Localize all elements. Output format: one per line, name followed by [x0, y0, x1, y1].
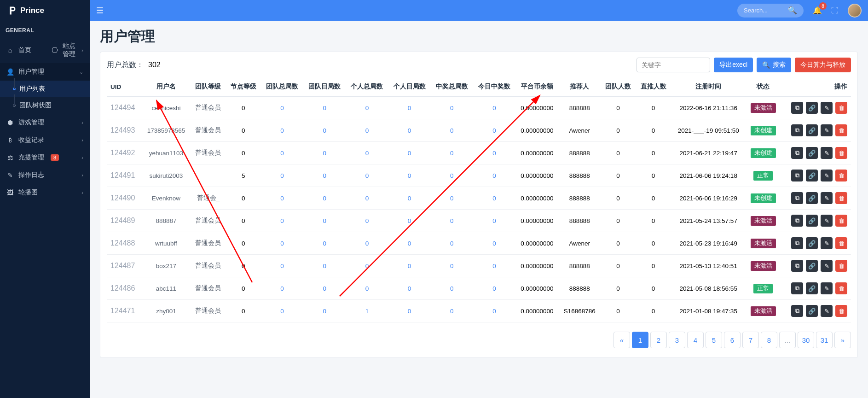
page-6[interactable]: 6: [724, 332, 741, 348]
delete-button[interactable]: 🗑: [835, 192, 847, 204]
link-button[interactable]: 🔗: [806, 282, 818, 294]
edit-button[interactable]: ✎: [821, 282, 833, 294]
nav-site-mgmt[interactable]: 🖵 站点管理 ›: [45, 37, 90, 63]
edit-button[interactable]: ✎: [821, 192, 833, 204]
link-button[interactable]: 🔗: [806, 192, 818, 204]
page-31[interactable]: 31: [816, 332, 833, 348]
cell-pd: 0: [388, 164, 431, 187]
page-4[interactable]: 4: [687, 332, 704, 348]
delete-button[interactable]: 🗑: [835, 124, 847, 136]
cell-tt: 0: [261, 232, 303, 255]
nav-user-mgmt[interactable]: 👤 用户管理 ⌄: [0, 63, 90, 81]
cell-username: ceshiceshi: [142, 97, 191, 119]
page-5[interactable]: 5: [706, 332, 722, 348]
delete-button[interactable]: 🗑: [835, 102, 847, 114]
action-group: ⧉🔗✎🗑: [783, 124, 847, 136]
edit-button[interactable]: ✎: [821, 147, 833, 159]
link-button[interactable]: 🔗: [806, 237, 818, 249]
copy-button[interactable]: ⧉: [791, 147, 803, 159]
page-2[interactable]: 2: [650, 332, 667, 348]
nav-home[interactable]: ⌂ 首页: [0, 37, 45, 63]
link-button[interactable]: 🔗: [806, 102, 818, 114]
nav-oplog-label: 操作日志: [18, 171, 44, 179]
cell-ref: 888888: [559, 164, 601, 187]
cell-bal: 0.00000000: [515, 210, 559, 232]
nav-user-list[interactable]: 用户列表: [0, 81, 90, 97]
delete-button[interactable]: 🗑: [835, 282, 847, 294]
page-7[interactable]: 7: [742, 332, 759, 348]
copy-button[interactable]: ⧉: [791, 124, 803, 136]
avatar[interactable]: [848, 4, 862, 18]
chevron-right-icon: ›: [81, 120, 83, 125]
delete-button[interactable]: 🗑: [835, 170, 847, 181]
copy-button[interactable]: ⧉: [791, 192, 803, 204]
search-button[interactable]: 🔍搜索: [757, 58, 791, 72]
keyword-input[interactable]: [637, 58, 710, 72]
cell-username: zhy001: [142, 300, 191, 322]
copy-button[interactable]: ⧉: [791, 305, 803, 317]
topbar-right: 🔍 🔔 8 ⛶: [737, 4, 862, 18]
page-8[interactable]: 8: [761, 332, 777, 348]
cell-actions: ⧉🔗✎🗑: [781, 255, 851, 277]
cell-actions: ⧉🔗✎🗑: [781, 232, 851, 255]
cell-node: 0: [226, 277, 261, 300]
link-button[interactable]: 🔗: [806, 215, 818, 227]
cell-wt: 0: [431, 210, 473, 232]
cell-time: 2021-05-24 13:57:57: [671, 210, 746, 232]
delete-button[interactable]: 🗑: [835, 260, 847, 272]
link-button[interactable]: 🔗: [806, 260, 818, 272]
link-button[interactable]: 🔗: [806, 147, 818, 159]
link-button[interactable]: 🔗: [806, 170, 818, 181]
search-input[interactable]: [744, 7, 785, 14]
page-30[interactable]: 30: [798, 332, 814, 348]
copy-button[interactable]: ⧉: [791, 260, 803, 272]
page-3[interactable]: 3: [669, 332, 685, 348]
delete-button[interactable]: 🗑: [835, 147, 847, 159]
cell-pd: 0: [388, 97, 431, 119]
nav-recharge[interactable]: ⚖ 充提管理 8 ›: [0, 149, 90, 166]
cell-bal: 0.00000000: [515, 119, 559, 142]
copy-button[interactable]: ⧉: [791, 170, 803, 181]
fullscreen-icon[interactable]: ⛶: [831, 6, 839, 15]
col-header: UID: [107, 77, 142, 97]
cell-bal: 0.00000000: [515, 187, 559, 210]
copy-button[interactable]: ⧉: [791, 102, 803, 114]
edit-button[interactable]: ✎: [821, 305, 833, 317]
edit-button[interactable]: ✎: [821, 237, 833, 249]
cell-team: 0: [601, 119, 636, 142]
nav-oplog[interactable]: ✎ 操作日志 ›: [0, 166, 90, 184]
cell-actions: ⧉🔗✎🗑: [781, 187, 851, 210]
status-badge: 正常: [753, 171, 773, 181]
notifications-button[interactable]: 🔔 8: [813, 6, 822, 15]
release-button[interactable]: 今日算力与释放: [795, 58, 851, 72]
nav-income[interactable]: ₿ 收益记录 ›: [0, 131, 90, 149]
nav-carousel[interactable]: 🖼 轮播图 ›: [0, 184, 90, 201]
edit-button[interactable]: ✎: [821, 102, 833, 114]
hamburger-icon[interactable]: ☰: [96, 6, 104, 16]
cell-wd: 0: [473, 142, 515, 164]
edit-button[interactable]: ✎: [821, 124, 833, 136]
export-button[interactable]: 导出execl: [714, 58, 753, 72]
table-row: 124490Evenknow普通会_00000000.0000000088888…: [107, 187, 851, 210]
page-next[interactable]: »: [834, 332, 851, 348]
link-button[interactable]: 🔗: [806, 305, 818, 317]
edit-button[interactable]: ✎: [821, 260, 833, 272]
nav-game-mgmt[interactable]: ⬢ 游戏管理 ›: [0, 114, 90, 131]
page-1[interactable]: 1: [632, 332, 648, 348]
cell-wt: 0: [431, 232, 473, 255]
col-header: 个人总局数: [346, 77, 388, 97]
copy-button[interactable]: ⧉: [791, 282, 803, 294]
page-prev[interactable]: «: [613, 332, 630, 348]
copy-button[interactable]: ⧉: [791, 237, 803, 249]
cell-tt: 0: [261, 164, 303, 187]
edit-button[interactable]: ✎: [821, 215, 833, 227]
delete-button[interactable]: 🗑: [835, 237, 847, 249]
cell-team: 0: [601, 187, 636, 210]
search-icon[interactable]: 🔍: [788, 6, 797, 15]
copy-button[interactable]: ⧉: [791, 215, 803, 227]
nav-team-tree[interactable]: 团队树状图: [0, 97, 90, 114]
delete-button[interactable]: 🗑: [835, 215, 847, 227]
edit-button[interactable]: ✎: [821, 170, 833, 181]
delete-button[interactable]: 🗑: [835, 305, 847, 317]
link-button[interactable]: 🔗: [806, 124, 818, 136]
